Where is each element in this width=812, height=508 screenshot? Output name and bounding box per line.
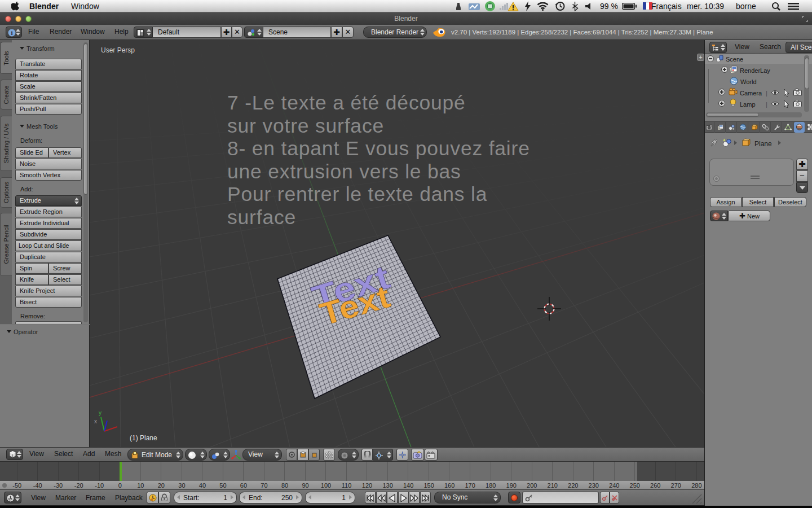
svg-text:y: y bbox=[99, 410, 102, 416]
svg-text:i: i bbox=[11, 29, 12, 36]
svg-text:x: x bbox=[94, 418, 97, 424]
